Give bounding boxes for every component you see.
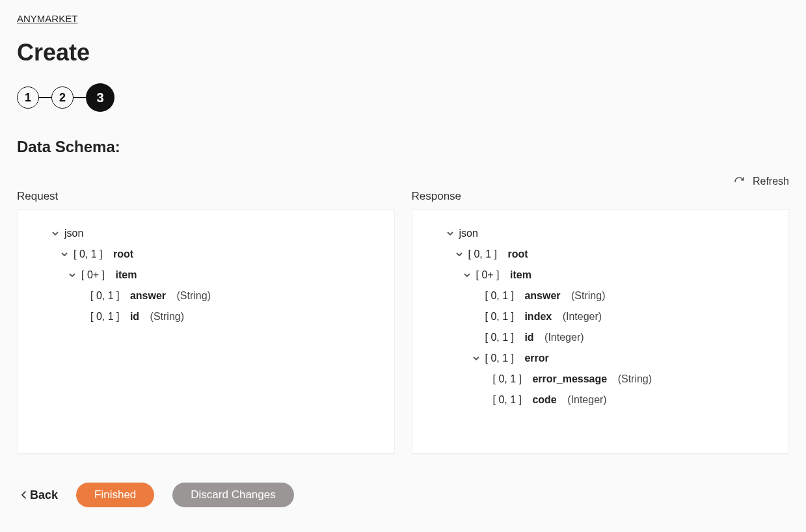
chevron-down-icon: [59, 250, 70, 258]
response-schema-card: json [ 0, 1 ] root [ 0+ ] item [: [412, 209, 790, 454]
tree-cardinality: [ 0, 1 ]: [485, 327, 514, 348]
tree-name: error_message: [532, 369, 607, 390]
step-2[interactable]: 2: [51, 86, 74, 109]
tree-node-item[interactable]: [ 0+ ] item: [423, 265, 779, 286]
chevron-left-icon: [21, 490, 27, 499]
tree-name: error: [524, 348, 548, 369]
tree-node-item[interactable]: [ 0+ ] item: [28, 265, 384, 286]
tree-name: root: [113, 244, 133, 265]
tree-type: (String): [618, 369, 652, 390]
stepper: 1 2 3: [17, 83, 789, 112]
tree-cardinality: [ 0, 1 ]: [485, 306, 514, 327]
tree-cardinality: [ 0+ ]: [81, 265, 105, 286]
tree-name: id: [524, 327, 533, 348]
step-3[interactable]: 3: [86, 83, 114, 112]
step-connector: [39, 97, 51, 98]
tree-node-json[interactable]: json: [28, 223, 384, 244]
tree-name: item: [115, 265, 137, 286]
tree-node-leaf[interactable]: [ 0, 1 ] id (String): [28, 306, 384, 327]
tree-cardinality: [ 0, 1 ]: [485, 348, 514, 369]
tree-node-leaf[interactable]: [ 0, 1 ] error_message (String): [423, 369, 779, 390]
tree-cardinality: [ 0, 1 ]: [493, 369, 522, 390]
tree-node-leaf[interactable]: [ 0, 1 ] answer (String): [28, 286, 384, 306]
discard-button[interactable]: Discard Changes: [172, 483, 293, 507]
tree-cardinality: [ 0, 1 ]: [493, 390, 522, 410]
tree-type: (Integer): [563, 306, 602, 327]
panel-title-request: Request: [17, 190, 395, 203]
tree-cardinality: [ 0, 1 ]: [90, 306, 119, 327]
tree-name: index: [524, 306, 552, 327]
refresh-label: Refresh: [753, 176, 789, 187]
panel-title-response: Response: [412, 190, 790, 203]
back-button[interactable]: Back: [21, 488, 58, 502]
tree-node-leaf[interactable]: [ 0, 1 ] code (Integer): [423, 390, 779, 410]
chevron-down-icon: [454, 250, 464, 258]
tree-name: answer: [130, 286, 166, 306]
tree-label: json: [64, 223, 83, 244]
section-title: Data Schema:: [17, 138, 789, 156]
chevron-down-icon: [462, 271, 472, 279]
request-schema-card: json [ 0, 1 ] root [ 0+ ] item [: [17, 209, 395, 454]
chevron-down-icon: [471, 354, 481, 362]
tree-node-root[interactable]: [ 0, 1 ] root: [423, 244, 779, 265]
tree-node-root[interactable]: [ 0, 1 ] root: [28, 244, 384, 265]
finished-button[interactable]: Finished: [76, 483, 154, 507]
tree-cardinality: [ 0+ ]: [476, 265, 500, 286]
tree-label: json: [459, 223, 478, 244]
tree-name: id: [130, 306, 139, 327]
tree-type: (Integer): [544, 327, 584, 348]
chevron-down-icon: [445, 230, 455, 237]
tree-cardinality: [ 0, 1 ]: [74, 244, 102, 265]
chevron-down-icon: [67, 271, 77, 279]
tree-node-leaf[interactable]: [ 0, 1 ] answer (String): [423, 286, 779, 306]
tree-name: root: [507, 244, 528, 265]
tree-node-leaf[interactable]: [ 0, 1 ] id (Integer): [423, 327, 779, 348]
tree-cardinality: [ 0, 1 ]: [485, 286, 514, 306]
tree-node-json[interactable]: json: [423, 223, 779, 244]
back-label: Back: [30, 488, 58, 502]
tree-type: (String): [571, 286, 605, 306]
step-1[interactable]: 1: [17, 86, 39, 109]
tree-name: code: [532, 390, 556, 410]
tree-node-error[interactable]: [ 0, 1 ] error: [423, 348, 779, 369]
page-title: Create: [17, 39, 789, 66]
chevron-down-icon: [50, 230, 60, 237]
refresh-icon: [734, 176, 745, 187]
tree-type: (String): [177, 286, 211, 306]
tree-type: (Integer): [567, 390, 606, 410]
tree-name: answer: [524, 286, 560, 306]
tree-cardinality: [ 0, 1 ]: [468, 244, 497, 265]
step-connector: [74, 97, 86, 98]
tree-type: (String): [150, 306, 184, 327]
tree-node-leaf[interactable]: [ 0, 1 ] index (Integer): [423, 306, 779, 327]
tree-name: item: [510, 265, 531, 286]
tree-cardinality: [ 0, 1 ]: [90, 286, 119, 306]
refresh-button[interactable]: Refresh: [734, 176, 789, 187]
breadcrumb[interactable]: ANYMARKET: [17, 13, 77, 24]
